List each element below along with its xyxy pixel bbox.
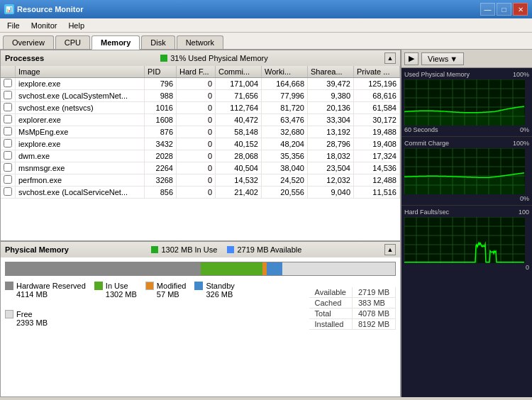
memory-collapse-btn[interactable]: ▲ <box>384 244 396 255</box>
cell-shared: 18,032 <box>308 150 354 162</box>
cell-image: svchost.exe (netsvcs) <box>16 102 145 114</box>
cell-working: 20,556 <box>262 187 308 199</box>
bar-hardware <box>6 262 201 275</box>
row-checkbox[interactable] <box>4 103 12 111</box>
col-private[interactable]: Private ... <box>354 66 400 78</box>
graph-hard-faults: Hard Faults/sec 100 0 <box>401 206 532 274</box>
cell-hard: 0 <box>177 114 216 126</box>
cell-commit: 40,504 <box>216 162 262 174</box>
col-hard-faults[interactable]: Hard F... <box>177 66 216 78</box>
cell-commit: 28,068 <box>216 150 262 162</box>
maximize-button[interactable]: □ <box>497 3 511 16</box>
legend-in-use: In Use 1302 MB <box>94 282 137 301</box>
cell-commit: 14,532 <box>216 174 262 187</box>
graph1-subtitle: 60 Seconds <box>404 126 438 133</box>
cell-pid: 1016 <box>145 102 177 114</box>
views-label: Views <box>428 55 448 63</box>
tabbar: Overview CPU Memory Disk Network <box>0 33 532 50</box>
row-checkbox[interactable] <box>4 187 12 196</box>
cell-working: 48,204 <box>262 138 308 150</box>
cell-working: 164,668 <box>262 78 308 90</box>
table-row[interactable]: svchost.exe (LocalSystemNet... 988 0 71,… <box>1 90 400 102</box>
table-row[interactable]: MsMpEng.exe 876 0 58,148 32,680 13,192 1… <box>1 126 400 138</box>
status-green-icon <box>160 55 167 62</box>
cell-private: 30,172 <box>354 114 400 126</box>
stat-cached-value: 383 MB <box>352 298 395 309</box>
stat-available-value: 2719 MB <box>352 287 395 298</box>
legend-standby: Standby 326 MB <box>194 282 234 301</box>
tab-disk[interactable]: Disk <box>141 35 174 49</box>
minimize-button[interactable]: — <box>480 3 495 16</box>
legend-standby-label: Standby <box>206 282 234 290</box>
cell-shared: 33,304 <box>308 114 354 126</box>
views-dropdown-icon: ▼ <box>450 55 458 63</box>
row-checkbox[interactable] <box>4 175 12 184</box>
row-checkbox[interactable] <box>4 115 12 123</box>
col-working[interactable]: Worki... <box>262 66 308 78</box>
table-row[interactable]: perfmon.exe 3268 0 14,532 24,520 12,032 … <box>1 174 400 187</box>
cell-private: 125,196 <box>354 78 400 90</box>
cell-shared: 28,796 <box>308 138 354 150</box>
graph2-title: Commit Charge <box>404 140 449 147</box>
bar-in-use <box>201 262 263 275</box>
cell-shared: 12,032 <box>308 174 354 187</box>
cell-pid: 1608 <box>145 114 177 126</box>
table-row[interactable]: iexplore.exe 3432 0 40,152 48,204 28,796… <box>1 138 400 150</box>
cell-private: 17,324 <box>354 150 400 162</box>
row-checkbox[interactable] <box>4 127 12 135</box>
tab-memory[interactable]: Memory <box>92 35 140 50</box>
processes-table-container[interactable]: Image PID Hard F... Commi... Worki... Sh… <box>0 66 401 241</box>
table-row[interactable]: iexplore.exe 796 0 171,004 164,668 39,47… <box>1 78 400 90</box>
menu-file[interactable]: File <box>3 21 24 30</box>
cell-commit: 40,472 <box>216 114 262 126</box>
col-commit[interactable]: Commi... <box>216 66 262 78</box>
legend-modified-label: Modified <box>157 282 187 290</box>
row-checkbox[interactable] <box>4 151 12 160</box>
row-checkbox[interactable] <box>4 79 12 87</box>
row-checkbox[interactable] <box>4 163 12 172</box>
right-panel-header: ▶ Views ▼ <box>401 50 532 68</box>
cell-pid: 856 <box>145 187 177 199</box>
graph3-title: Hard Faults/sec <box>404 209 449 216</box>
graph3-min: 0 <box>526 264 529 271</box>
row-checkbox[interactable] <box>4 139 12 148</box>
close-button[interactable]: ✕ <box>513 3 528 16</box>
memory-header[interactable]: Physical Memory 1302 MB In Use 2719 MB A… <box>0 241 401 257</box>
tab-network[interactable]: Network <box>177 35 223 49</box>
stat-total-label: Total <box>309 309 353 319</box>
cell-image: MsMpEng.exe <box>16 126 145 138</box>
memory-green-icon <box>151 246 158 253</box>
menu-monitor[interactable]: Monitor <box>27 21 62 30</box>
cell-image: perfmon.exe <box>16 174 145 187</box>
tab-cpu[interactable]: CPU <box>55 35 90 49</box>
graph3-canvas <box>404 217 525 263</box>
graph-used-physical: Used Physical Memory 100% 60 Seconds 0% <box>401 68 532 137</box>
left-panel: Processes 31% Used Physical Memory ▲ Ima… <box>0 50 401 397</box>
legend-in-use-value: 1302 MB <box>94 290 137 299</box>
col-shared[interactable]: Sharea... <box>308 66 354 78</box>
cell-commit: 21,402 <box>216 187 262 199</box>
legend-hardware-value: 4114 MB <box>5 290 86 299</box>
cell-hard: 0 <box>177 138 216 150</box>
processes-header[interactable]: Processes 31% Used Physical Memory ▲ <box>0 50 401 66</box>
right-panel-expand-btn[interactable]: ▶ <box>404 52 419 65</box>
table-row[interactable]: svchost.exe (netsvcs) 1016 0 112,764 81,… <box>1 102 400 114</box>
tab-overview[interactable]: Overview <box>3 35 54 49</box>
col-pid[interactable]: PID <box>145 66 177 78</box>
table-row[interactable]: explorer.exe 1608 0 40,472 63,476 33,304… <box>1 114 400 126</box>
processes-title: Processes <box>5 54 44 62</box>
table-row[interactable]: dwm.exe 2028 0 28,068 35,356 18,032 17,3… <box>1 150 400 162</box>
row-checkbox[interactable] <box>4 91 12 99</box>
cell-pid: 796 <box>145 78 177 90</box>
views-button[interactable]: Views ▼ <box>421 52 464 65</box>
menu-help[interactable]: Help <box>64 21 89 30</box>
processes-collapse-btn[interactable]: ▲ <box>384 52 396 64</box>
cell-image: svchost.exe (LocalServiceNet... <box>16 187 145 199</box>
table-row[interactable]: svchost.exe (LocalServiceNet... 856 0 21… <box>1 187 400 199</box>
col-image[interactable]: Image <box>16 66 145 78</box>
graph3-max: 100 <box>519 209 529 216</box>
processes-table: Image PID Hard F... Commi... Worki... Sh… <box>1 66 400 199</box>
stat-cached-label: Cached <box>309 298 353 309</box>
table-row[interactable]: msnmsgr.exe 2264 0 40,504 38,040 23,504 … <box>1 162 400 174</box>
cell-shared: 20,136 <box>308 102 354 114</box>
